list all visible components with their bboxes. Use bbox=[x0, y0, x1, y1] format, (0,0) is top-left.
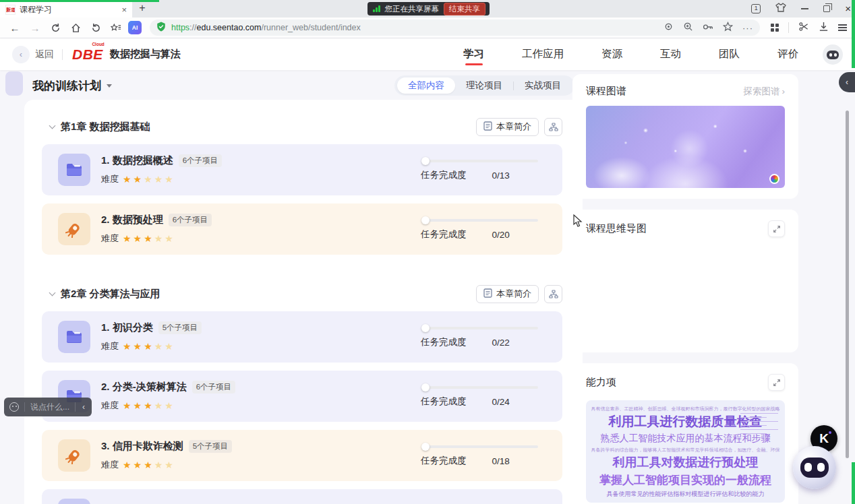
progress-knob[interactable] bbox=[421, 157, 430, 165]
expand-icon[interactable] bbox=[768, 374, 785, 391]
chat-placeholder[interactable]: 说点什么... bbox=[30, 402, 69, 413]
back-chevron-button[interactable]: ‹ bbox=[12, 46, 30, 63]
progress-track[interactable] bbox=[423, 327, 538, 329]
restore-button[interactable] bbox=[823, 5, 830, 12]
window-close-button[interactable]: × bbox=[845, 4, 851, 13]
zoom-icon[interactable] bbox=[683, 22, 693, 34]
reader-target-icon[interactable] bbox=[664, 22, 674, 34]
url-text[interactable]: https://edu.seentao.com/runner_web/stude… bbox=[171, 23, 658, 32]
knowledge-graph-button[interactable] bbox=[544, 285, 562, 303]
item-title-row: 2. 数据预处理6个子项目 bbox=[101, 214, 212, 226]
folder-icon bbox=[58, 321, 90, 353]
new-tab-button[interactable]: + bbox=[132, 0, 152, 18]
password-key-icon[interactable] bbox=[703, 22, 713, 34]
project-item[interactable]: 1. 数据挖掘概述6个子项目难度★★★★★任务完成度0/13 bbox=[42, 144, 562, 195]
progress-track[interactable] bbox=[423, 386, 538, 389]
deco-lines bbox=[740, 410, 778, 437]
undo-history-icon[interactable] bbox=[88, 20, 104, 36]
filter-tab-1[interactable]: 全部内容 bbox=[397, 77, 455, 94]
expand-icon[interactable] bbox=[768, 220, 785, 237]
home-icon[interactable] bbox=[67, 20, 84, 36]
page-scrollbar[interactable] bbox=[846, 111, 849, 458]
security-shield-icon[interactable] bbox=[156, 22, 166, 34]
chapter-header: 第2章 分类算法与应用本章简介 bbox=[50, 284, 562, 303]
chat-collapse-icon[interactable]: ‹ bbox=[81, 402, 86, 412]
scissors-capture-icon[interactable] bbox=[798, 22, 809, 34]
chevron-collapse-icon[interactable] bbox=[49, 123, 56, 129]
browser-tab[interactable]: 新道 课程学习 × bbox=[0, 0, 132, 18]
chapter-intro-button[interactable]: 本章简介 bbox=[476, 118, 539, 136]
forward-icon[interactable]: → bbox=[27, 20, 43, 36]
progress-track[interactable] bbox=[423, 445, 538, 448]
progress-label: 任务完成度 bbox=[421, 396, 467, 408]
course-map-image[interactable] bbox=[586, 106, 785, 188]
progress-count: 0/18 bbox=[492, 456, 510, 466]
bookmark-star-icon[interactable] bbox=[723, 22, 733, 34]
chat-input-pill[interactable]: 说点什么... ‹ bbox=[4, 398, 92, 416]
favorites-icon[interactable] bbox=[108, 20, 124, 36]
minimize-button[interactable] bbox=[801, 8, 808, 9]
nav-item-5[interactable]: 团队 bbox=[717, 39, 741, 69]
knowledge-graph-button[interactable] bbox=[544, 118, 562, 136]
reload-icon[interactable] bbox=[47, 20, 63, 36]
tab-title: 课程学习 bbox=[20, 4, 117, 15]
more-actions-icon[interactable]: ··· bbox=[742, 23, 753, 33]
back-label[interactable]: 返回 bbox=[35, 49, 54, 61]
emoji-smiley-icon[interactable] bbox=[9, 402, 19, 412]
tab-count-icon[interactable]: 1 bbox=[751, 4, 761, 13]
nav-item-1[interactable]: 学习 bbox=[462, 39, 485, 69]
item-difficulty-row: 难度★★★★★ bbox=[101, 232, 212, 245]
filter-tab-2[interactable]: 理论项目 bbox=[455, 77, 513, 94]
signal-bars-icon bbox=[373, 5, 380, 12]
progress-count: 0/22 bbox=[492, 338, 510, 348]
item-title-row: 2. 分类-决策树算法6个子项目 bbox=[101, 381, 235, 393]
item-title: 2. 数据预处理 bbox=[101, 214, 163, 226]
nav-item-2[interactable]: 工作应用 bbox=[521, 39, 565, 69]
project-item[interactable]: 2. 数据预处理6个子项目难度★★★★★任务完成度0/20 bbox=[42, 203, 562, 255]
assistant-avatar-icon[interactable] bbox=[823, 44, 843, 65]
back-icon[interactable]: ← bbox=[7, 20, 23, 36]
nav-item-4[interactable]: 互动 bbox=[659, 39, 682, 69]
progress-knob[interactable] bbox=[421, 324, 430, 332]
progress-knob[interactable] bbox=[421, 216, 430, 224]
theme-skin-icon[interactable] bbox=[775, 3, 786, 15]
progress-track[interactable] bbox=[423, 219, 538, 222]
star-icon: ★ bbox=[165, 233, 175, 244]
progress-track[interactable] bbox=[423, 160, 538, 162]
menu-hamburger-icon[interactable] bbox=[838, 22, 847, 32]
item-difficulty-row: 难度★★★★★ bbox=[101, 400, 235, 412]
chevron-down-icon[interactable] bbox=[107, 84, 112, 88]
share-border-right-bottom bbox=[852, 462, 855, 504]
chapter-header: 第1章 数据挖掘基础本章简介 bbox=[50, 117, 562, 136]
rocket-icon bbox=[58, 213, 90, 245]
project-item[interactable]: 2. 分类-决策树算法6个子项目难度★★★★★任务完成度0/24 bbox=[42, 371, 562, 422]
stop-share-button[interactable]: 结束共享 bbox=[444, 3, 485, 15]
star-icon: ★ bbox=[165, 400, 175, 411]
project-item[interactable]: 4. 分类-逻辑回归算法4个子项目 bbox=[42, 489, 562, 504]
ai-assistant-icon[interactable]: AI bbox=[128, 21, 142, 34]
progress-label-row: 任务完成度0/22 bbox=[421, 336, 546, 348]
chevron-collapse-icon[interactable] bbox=[49, 290, 56, 296]
subproject-badge: 6个子项目 bbox=[192, 381, 235, 393]
progress-knob[interactable] bbox=[421, 383, 430, 391]
progress-count: 0/13 bbox=[492, 170, 510, 181]
project-item[interactable]: 1. 初识分类5个子项目难度★★★★★任务完成度0/22 bbox=[42, 311, 562, 363]
project-item[interactable]: 3. 信用卡欺诈检测5个子项目难度★★★★★任务完成度0/18 bbox=[42, 430, 562, 481]
nav-item-6[interactable]: 评价 bbox=[776, 39, 800, 69]
nav-item-3[interactable]: 资源 bbox=[600, 39, 624, 69]
star-icon: ★ bbox=[165, 174, 175, 185]
progress-label-row: 任务完成度0/13 bbox=[421, 169, 546, 181]
chapter-intro-button[interactable]: 本章简介 bbox=[476, 285, 539, 303]
tab-close-icon[interactable]: × bbox=[121, 5, 127, 15]
apps-grid-icon[interactable] bbox=[771, 24, 779, 32]
collapsed-left-panel-chip[interactable] bbox=[5, 71, 23, 96]
sidebar-collapse-tab[interactable]: ‹ bbox=[839, 72, 855, 92]
filter-tab-3[interactable]: 实战项目 bbox=[514, 77, 572, 94]
address-bar[interactable]: https://edu.seentao.com/runner_web/stude… bbox=[150, 20, 760, 36]
star-icon: ★ bbox=[144, 341, 154, 352]
star-icon: ★ bbox=[123, 174, 134, 185]
download-icon[interactable] bbox=[819, 22, 829, 34]
progress-knob[interactable] bbox=[421, 443, 430, 451]
explore-map-link[interactable]: 探索图谱› bbox=[744, 86, 786, 98]
robot-assistant-icon[interactable] bbox=[793, 446, 836, 489]
